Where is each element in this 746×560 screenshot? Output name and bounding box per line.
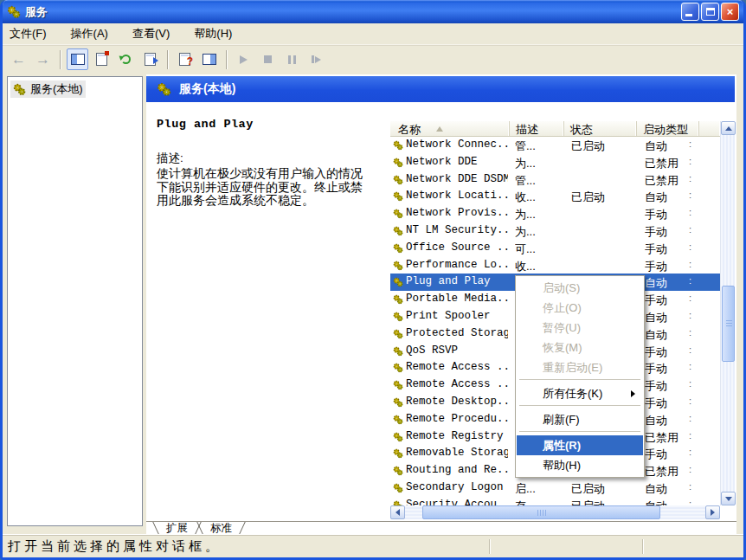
service-status-cell: 已启动 bbox=[571, 481, 635, 497]
show-action-pane-button[interactable] bbox=[198, 48, 220, 70]
context-menu-item[interactable] bbox=[519, 379, 640, 382]
window-title: 服务 bbox=[25, 4, 48, 20]
column-header[interactable]: 启动类型 bbox=[637, 121, 699, 136]
service-row[interactable]: Security Accou.. 存... 已启动 自动 : bbox=[390, 497, 720, 505]
service-name-cell: Network Provis... bbox=[406, 207, 508, 219]
title-bar: 服务 × bbox=[3, 0, 743, 23]
service-gear-icon bbox=[393, 243, 403, 254]
vertical-scrollbar-thumb[interactable] bbox=[722, 286, 735, 362]
service-row[interactable]: Network DDE DSDM 管... 已禁用 : bbox=[390, 171, 720, 189]
service-gear-icon bbox=[393, 397, 403, 408]
context-menu-item[interactable] bbox=[519, 431, 640, 434]
scroll-up-button[interactable] bbox=[721, 121, 736, 135]
service-startup-cell: 自动 bbox=[645, 275, 688, 291]
service-row[interactable]: Network DDE 为... 已禁用 : bbox=[390, 154, 720, 171]
scroll-right-button[interactable] bbox=[705, 505, 720, 519]
horizontal-scrollbar-thumb[interactable] bbox=[422, 505, 660, 519]
service-startup-cell: 已禁用 bbox=[645, 430, 688, 446]
pause-service-button[interactable] bbox=[281, 48, 303, 70]
status-text: 打开当前选择的属性对话框。 bbox=[8, 538, 222, 555]
column-header[interactable]: 描述 bbox=[510, 121, 564, 136]
overflow-mark: : bbox=[689, 396, 691, 406]
overflow-mark: : bbox=[689, 275, 691, 286]
context-menu-item[interactable]: 暂停(U) bbox=[517, 318, 643, 338]
stop-service-button[interactable] bbox=[257, 48, 279, 70]
context-menu-item[interactable]: 重新启动(E) bbox=[517, 357, 643, 377]
context-menu-item[interactable]: 所有任务(K) bbox=[517, 383, 643, 403]
service-name-cell: Print Spooler bbox=[406, 310, 508, 322]
properties-icon bbox=[96, 53, 107, 66]
service-row[interactable]: Network Locati... 收... 已启动 自动 : bbox=[390, 188, 720, 205]
context-menu-item[interactable] bbox=[519, 405, 640, 408]
service-gear-icon bbox=[393, 277, 403, 287]
gears-icon bbox=[157, 82, 171, 97]
menu-item[interactable]: 操作(A) bbox=[71, 26, 108, 42]
context-menu-item-label: 所有任务(K) bbox=[543, 387, 602, 400]
overflow-mark: : bbox=[689, 413, 691, 423]
context-menu-item[interactable]: 刷新(F) bbox=[517, 409, 643, 429]
overflow-mark: : bbox=[689, 241, 691, 252]
overflow-mark: : bbox=[689, 138, 691, 149]
service-row[interactable]: Network Provis... 为... 手动 : bbox=[390, 205, 720, 222]
menu-item[interactable]: 查看(V) bbox=[132, 26, 170, 42]
export-list-button[interactable] bbox=[139, 48, 161, 70]
service-desc-cell: 可... bbox=[515, 241, 563, 257]
properties-button[interactable] bbox=[91, 48, 113, 70]
forward-button[interactable]: → bbox=[32, 48, 54, 70]
service-startup-cell: 自动 bbox=[645, 499, 688, 505]
context-menu-item[interactable]: 停止(O) bbox=[517, 298, 643, 318]
scroll-down-button[interactable] bbox=[721, 492, 736, 505]
service-detail-panel: Plug and Play 描述: 使计算机在极少或没有用户输入的情况下能识别并… bbox=[157, 118, 366, 208]
context-menu-item[interactable]: 帮助(H) bbox=[517, 455, 643, 475]
service-row[interactable]: NT LM Security... 为... 手动 : bbox=[390, 222, 720, 240]
overflow-mark: : bbox=[689, 447, 691, 457]
context-menu-item[interactable]: 启动(S) bbox=[517, 278, 643, 298]
close-button[interactable]: × bbox=[721, 3, 739, 21]
scroll-left-button[interactable] bbox=[390, 505, 405, 519]
column-header[interactable]: 状态 bbox=[564, 121, 637, 136]
vertical-scrollbar[interactable] bbox=[720, 121, 735, 505]
column-header[interactable]: 名称 bbox=[390, 121, 510, 136]
refresh-button[interactable] bbox=[115, 48, 137, 70]
horizontal-scrollbar[interactable] bbox=[390, 505, 720, 519]
pane-banner: 服务(本地) bbox=[146, 76, 735, 102]
maximize-button[interactable] bbox=[701, 3, 719, 21]
service-name-cell: Network Locati... bbox=[406, 190, 508, 202]
context-menu: 启动(S) 停止(O) 暂停(U) 恢复(M) 重新启动(E) 所有任务(K) … bbox=[515, 275, 645, 478]
show-console-tree-button[interactable] bbox=[67, 48, 88, 70]
service-gear-icon bbox=[393, 209, 403, 219]
service-desc-cell: 收... bbox=[515, 259, 563, 274]
service-row[interactable]: Performance Lo... 收... 手动 : bbox=[390, 257, 720, 274]
minimize-button[interactable] bbox=[681, 3, 699, 21]
service-name-cell: Performance Lo... bbox=[406, 259, 508, 271]
menu-item[interactable]: 帮助(H) bbox=[194, 26, 232, 42]
back-button[interactable]: ← bbox=[8, 48, 29, 70]
overflow-mark: : bbox=[689, 499, 691, 505]
overflow-mark: : bbox=[689, 207, 691, 217]
service-name-cell: Network DDE DSDM bbox=[406, 173, 508, 185]
service-startup-cell: 已禁用 bbox=[645, 156, 688, 171]
context-menu-item[interactable]: 恢复(M) bbox=[517, 338, 643, 357]
service-row[interactable]: Secondary Logon 启... 已启动 自动 : bbox=[390, 480, 720, 497]
tree-item-services-local[interactable]: 服务(本地) bbox=[10, 80, 86, 98]
service-startup-cell: 手动 bbox=[645, 396, 688, 411]
context-menu-item[interactable]: 属性(R) bbox=[517, 435, 643, 455]
start-service-button[interactable] bbox=[233, 48, 254, 70]
service-status-cell: 已启动 bbox=[571, 190, 635, 205]
service-startup-cell: 自动 bbox=[645, 327, 688, 343]
service-desc-cell: 存... bbox=[515, 499, 563, 505]
context-menu-item-label: 恢复(M) bbox=[543, 341, 582, 354]
restart-service-button[interactable] bbox=[305, 48, 327, 70]
service-gear-icon bbox=[393, 466, 403, 476]
service-name-cell: Removable Storag bbox=[406, 447, 508, 459]
service-name-cell: Office Source ... bbox=[406, 241, 508, 254]
window-controls: × bbox=[681, 3, 739, 21]
service-row[interactable]: Office Source ... 可... 手动 : bbox=[390, 240, 720, 257]
menu-item[interactable]: 文件(F) bbox=[10, 26, 47, 42]
help-button[interactable] bbox=[174, 48, 196, 70]
service-name-cell: Remote Access .. bbox=[406, 378, 508, 390]
service-startup-cell: 已禁用 bbox=[645, 464, 688, 480]
service-row[interactable]: Network Connec... 管... 已启动 自动 : bbox=[390, 137, 720, 154]
refresh-icon bbox=[121, 55, 131, 64]
column-header[interactable] bbox=[699, 121, 720, 136]
